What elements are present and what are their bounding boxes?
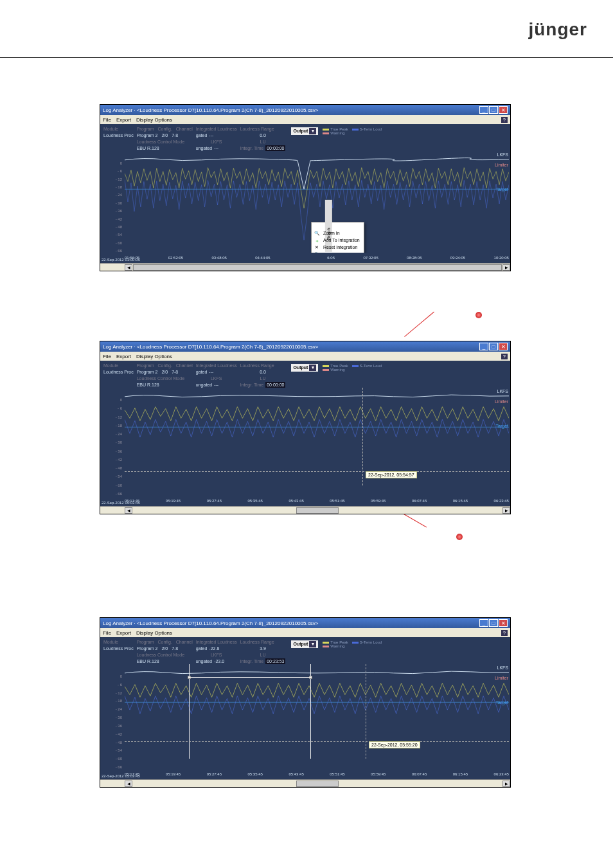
menu-display-options[interactable]: Display Options (136, 354, 172, 359)
scroll-right-icon[interactable]: ▶ (502, 507, 510, 514)
output-button[interactable]: Output▼ (291, 127, 318, 135)
menu-export[interactable]: Export (116, 630, 131, 636)
scroll-left-icon[interactable]: ◀ (125, 781, 132, 787)
cm-addint[interactable]: ＋Add To Integration (312, 237, 364, 244)
scroll-thumb[interactable] (133, 264, 502, 271)
cm-resetint[interactable]: ✕Reset Integration (312, 244, 364, 251)
module-value: Loudness Proc (103, 646, 134, 652)
menubar: File Export Display Options ? (100, 115, 510, 124)
legend-warning: Warning (330, 644, 344, 648)
menu-export[interactable]: Export (116, 117, 131, 123)
maximize-icon[interactable]: □ (489, 619, 498, 627)
lr-label: Loudness Range (240, 363, 286, 369)
titlebar[interactable]: Log Analyzer · <Loudness Processor D7[10… (100, 618, 510, 628)
titlebar[interactable]: Log Analyzer · <Loudness Processor D7[10… (100, 341, 510, 352)
info-panel: Module Loudness Proc Program Config. Cha… (100, 124, 510, 151)
cursor-v (366, 664, 366, 759)
cm-zoomout: 🔍Zoom Out (312, 251, 364, 253)
maximize-icon[interactable]: □ (489, 343, 498, 350)
graph-context-menu[interactable]: Graph 🔍Zoom In ＋Add To Integration ✕Rese… (311, 222, 364, 253)
loudness-chart[interactable]: LKFS Limiter Target 0- 6- 12- 18- 24- 30… (100, 388, 510, 506)
scroll-thumb[interactable] (296, 781, 339, 787)
output-button[interactable]: Output▼ (291, 640, 318, 648)
minimize-icon[interactable]: _ (479, 619, 488, 627)
warning-legend-icon (323, 646, 329, 647)
zoomout-icon: 🔍 (313, 252, 321, 253)
menu-display-options[interactable]: Display Options (136, 630, 172, 636)
menu-file[interactable]: File (103, 354, 111, 359)
module-value: Loudness Proc (103, 369, 134, 375)
scroll-left-icon[interactable]: ◀ (125, 507, 132, 514)
close-icon[interactable]: ✕ (499, 343, 508, 350)
titlebar[interactable]: Log Analyzer · <Loudness Processor D7[10… (100, 105, 510, 115)
scroll-right-icon[interactable]: ▶ (502, 264, 510, 271)
config-label: Config. (158, 126, 172, 132)
close-icon[interactable]: ✕ (499, 619, 508, 627)
il-gated-val: --- (209, 369, 213, 375)
help-icon[interactable]: ? (501, 117, 508, 123)
menu-export[interactable]: Export (116, 354, 131, 359)
scroll-thumb[interactable] (296, 507, 339, 514)
warning-legend-icon (323, 132, 329, 134)
x-axis-times: 01:56:0502:52:0503:48:0504:44:056:0507:3… (125, 253, 509, 263)
legend-sterm: S-Term Loud (360, 640, 382, 644)
sterm-legend-icon (352, 129, 359, 131)
il-unit: LKFS (196, 652, 237, 658)
lr-label: Loudness Range (240, 126, 286, 132)
config-label: Config. (158, 639, 172, 646)
plot-area[interactable]: 22-Sep-2012, 05:54:57 (125, 388, 509, 496)
scroll-left-icon[interactable]: ◀ (125, 264, 132, 271)
integration-selection[interactable] (189, 664, 311, 759)
sterm-legend-icon (352, 365, 359, 367)
help-icon[interactable]: ? (501, 630, 508, 636)
loudness-chart[interactable]: LKFS Limiter Target 0- 6- 12- 18- 24- 30… (100, 664, 510, 779)
h-scrollbar[interactable]: ◀ ▶ (100, 779, 510, 787)
menu-file[interactable]: File (103, 117, 111, 123)
lr-label: Loudness Range (240, 639, 286, 646)
h-scrollbar[interactable]: ◀ ▶ (100, 506, 510, 514)
h-scrollbar[interactable]: ◀ ▶ (100, 263, 510, 271)
window-title: Log Analyzer · <Loudness Processor D7[10… (103, 620, 318, 626)
plot-area[interactable]: 22-Sep-2012, 05:55:20 (125, 664, 509, 769)
menubar: File Export Display Options ? (100, 628, 510, 637)
program-value: Program 2 (137, 132, 158, 139)
il-gated-lbl: gated (196, 132, 208, 139)
annotation-dot-1 (475, 312, 482, 318)
module-label: Module (103, 126, 134, 132)
config-label: Config. (158, 363, 172, 369)
channel-label: Channel (176, 363, 193, 369)
output-button[interactable]: Output▼ (291, 364, 318, 372)
menu-file[interactable]: File (103, 630, 111, 636)
help-icon[interactable]: ? (501, 354, 508, 359)
program-label: Program (137, 639, 154, 646)
junger-logo: jünger (528, 19, 587, 40)
waveform-svg (125, 664, 509, 769)
legend-sterm: S-Term Loud (360, 364, 382, 368)
menubar: File Export Display Options ? (100, 352, 510, 361)
lr-unit: LU (240, 139, 286, 145)
module-label: Module (103, 639, 134, 646)
info-panel: Module Loudness Proc Program Config. Cha… (100, 361, 510, 388)
program-label: Program (137, 126, 154, 132)
cm-zoomin[interactable]: 🔍Zoom In (312, 230, 364, 237)
il-gated-val: --- (209, 132, 213, 139)
cursor-tooltip: 22-Sep-2012, 05:54:57 (366, 471, 417, 478)
close-icon[interactable]: ✕ (499, 106, 508, 114)
loudness-chart[interactable]: LKFS Limiter Target 0- 6- 12- 18- 24- 30… (100, 151, 510, 263)
menu-display-options[interactable]: Display Options (136, 117, 172, 123)
il-unit: LKFS (196, 375, 237, 382)
maximize-icon[interactable]: □ (489, 106, 498, 114)
channel-label: Channel (176, 126, 193, 132)
lr-value: 0.0 (240, 132, 286, 139)
minimize-icon[interactable]: _ (479, 106, 488, 114)
scroll-right-icon[interactable]: ▶ (502, 781, 510, 787)
channel-value: 7-8 (172, 132, 178, 139)
sterm-legend-icon (352, 642, 359, 644)
il-label: Integrated Loudness (196, 639, 237, 646)
minimize-icon[interactable]: _ (479, 343, 488, 350)
module-label: Module (103, 363, 134, 369)
plot-area[interactable]: Graph 🔍Zoom In ＋Add To Integration ✕Rese… (125, 151, 509, 253)
window-title: Log Analyzer · <Loudness Processor D7[10… (103, 107, 318, 113)
il-gated-lbl: gated (196, 369, 208, 375)
lcm-label: Loudness Control Mode (137, 139, 193, 145)
